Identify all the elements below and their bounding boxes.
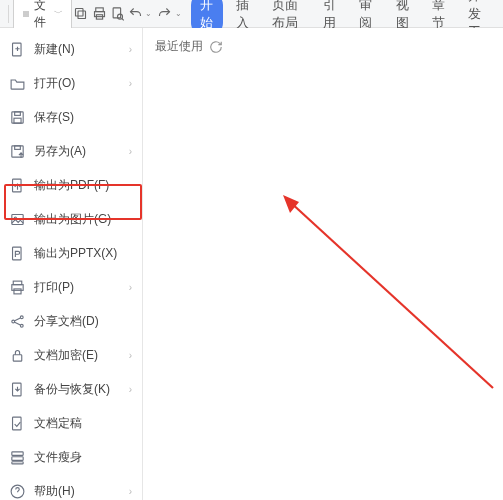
- backup-icon: [8, 380, 26, 398]
- menu-item-label: 保存(S): [34, 109, 132, 126]
- chevron-right-icon: ›: [129, 384, 132, 395]
- menu-item-label: 输出为PPTX(X): [34, 245, 132, 262]
- menu-item-label: 备份与恢复(K): [34, 381, 129, 398]
- svg-rect-11: [12, 43, 21, 56]
- svg-rect-4: [76, 9, 84, 17]
- menu-item-label: 分享文档(D): [34, 313, 132, 330]
- file-menu-item-4[interactable]: 输出为PDF(F): [0, 168, 142, 202]
- redo-icon: [157, 6, 172, 21]
- svg-line-10: [122, 19, 124, 21]
- svg-rect-16: [14, 145, 20, 149]
- dropdown-caret-icon[interactable]: ⌄: [145, 9, 152, 18]
- menu-item-label: 文档定稿: [34, 415, 132, 432]
- svg-rect-23: [13, 288, 20, 293]
- file-menu-item-8[interactable]: 分享文档(D): [0, 304, 142, 338]
- file-menu-label: 文件: [34, 0, 50, 31]
- hamburger-icon: [22, 8, 30, 20]
- file-menu-item-2[interactable]: 保存(S): [0, 100, 142, 134]
- toolbar-redo-button[interactable]: [156, 3, 172, 25]
- svg-rect-33: [11, 456, 22, 460]
- recent-label: 最近使用: [155, 38, 203, 55]
- file-menu-item-7[interactable]: 打印(P)›: [0, 270, 142, 304]
- finalize-icon: [8, 414, 26, 432]
- toolbar-undo-button[interactable]: [127, 3, 143, 25]
- menu-item-label: 另存为(A): [34, 143, 129, 160]
- file-menu-item-6[interactable]: 输出为PPTX(X): [0, 236, 142, 270]
- menu-item-label: 打开(O): [34, 75, 129, 92]
- chevron-right-icon: ›: [129, 350, 132, 361]
- file-menu-item-10[interactable]: 备份与恢复(K)›: [0, 372, 142, 406]
- export-pdf-icon: [8, 176, 26, 194]
- save-as-icon: [8, 142, 26, 160]
- svg-point-25: [20, 315, 23, 318]
- document-search-icon: [110, 6, 125, 21]
- svg-rect-8: [113, 8, 121, 18]
- toolbar-copy-button[interactable]: [73, 3, 89, 25]
- file-menu-item-1[interactable]: 打开(O)›: [0, 66, 142, 100]
- recent-header: 最近使用: [155, 38, 491, 55]
- refresh-icon[interactable]: [209, 40, 223, 54]
- help-icon: [8, 482, 26, 500]
- file-menu-item-0[interactable]: 新建(N)›: [0, 32, 142, 66]
- svg-point-24: [11, 320, 14, 323]
- svg-rect-14: [13, 118, 20, 123]
- menu-item-label: 文档加密(E): [34, 347, 129, 364]
- file-menu-item-12[interactable]: 文件瘦身: [0, 440, 142, 474]
- menu-item-label: 打印(P): [34, 279, 129, 296]
- encrypt-icon: [8, 346, 26, 364]
- file-menu-panel: 新建(N)›打开(O)›保存(S)另存为(A)›输出为PDF(F)输出为图片(G…: [0, 28, 143, 500]
- file-menu-item-11[interactable]: 文档定稿: [0, 406, 142, 440]
- folder-open-icon: [8, 74, 26, 92]
- file-menu-item-5[interactable]: 输出为图片(G): [0, 202, 142, 236]
- svg-rect-18: [11, 214, 22, 224]
- toolbar-print-button[interactable]: [91, 3, 107, 25]
- svg-line-36: [289, 201, 493, 388]
- application-menubar: 文件 ﹀ ⌄ ⌄ 开始插入页面布局引用审阅视图章节开发工: [0, 0, 503, 28]
- share-icon: [8, 312, 26, 330]
- copy-icon: [73, 6, 88, 21]
- export-image-icon: [8, 210, 26, 228]
- svg-rect-29: [13, 354, 22, 360]
- slim-icon: [8, 448, 26, 466]
- menu-item-label: 帮助(H): [34, 483, 129, 500]
- print-icon: [92, 6, 107, 21]
- chevron-right-icon: ›: [129, 282, 132, 293]
- export-pptx-icon: [8, 244, 26, 262]
- chevron-right-icon: ›: [129, 486, 132, 497]
- file-menu-item-9[interactable]: 文档加密(E)›: [0, 338, 142, 372]
- recent-files-panel: 最近使用: [143, 28, 503, 500]
- svg-rect-3: [78, 11, 86, 19]
- chevron-right-icon: ›: [129, 146, 132, 157]
- svg-line-28: [14, 322, 20, 325]
- annotation-arrow: [283, 193, 503, 403]
- menu-item-label: 新建(N): [34, 41, 129, 58]
- file-new-icon: [8, 40, 26, 58]
- toolbar-preview-button[interactable]: [109, 3, 125, 25]
- save-icon: [8, 108, 26, 126]
- svg-rect-13: [14, 111, 20, 115]
- svg-point-26: [20, 324, 23, 327]
- print-icon: [8, 278, 26, 296]
- dropdown-caret-icon[interactable]: ⌄: [175, 9, 182, 18]
- chevron-right-icon: ›: [129, 78, 132, 89]
- svg-marker-37: [283, 195, 299, 213]
- svg-rect-34: [11, 461, 22, 463]
- menu-item-label: 输出为图片(G): [34, 211, 132, 228]
- chevron-down-icon: ﹀: [54, 7, 63, 20]
- file-menu-item-3[interactable]: 另存为(A)›: [0, 134, 142, 168]
- menu-item-label: 输出为PDF(F): [34, 177, 132, 194]
- main-area: 新建(N)›打开(O)›保存(S)另存为(A)›输出为PDF(F)输出为图片(G…: [0, 28, 503, 500]
- svg-rect-32: [11, 451, 22, 455]
- svg-line-27: [14, 317, 20, 320]
- vertical-separator: [8, 5, 9, 23]
- file-menu-item-13[interactable]: 帮助(H)›: [0, 474, 142, 500]
- undo-icon: [128, 6, 143, 21]
- chevron-right-icon: ›: [129, 44, 132, 55]
- menu-item-label: 文件瘦身: [34, 449, 132, 466]
